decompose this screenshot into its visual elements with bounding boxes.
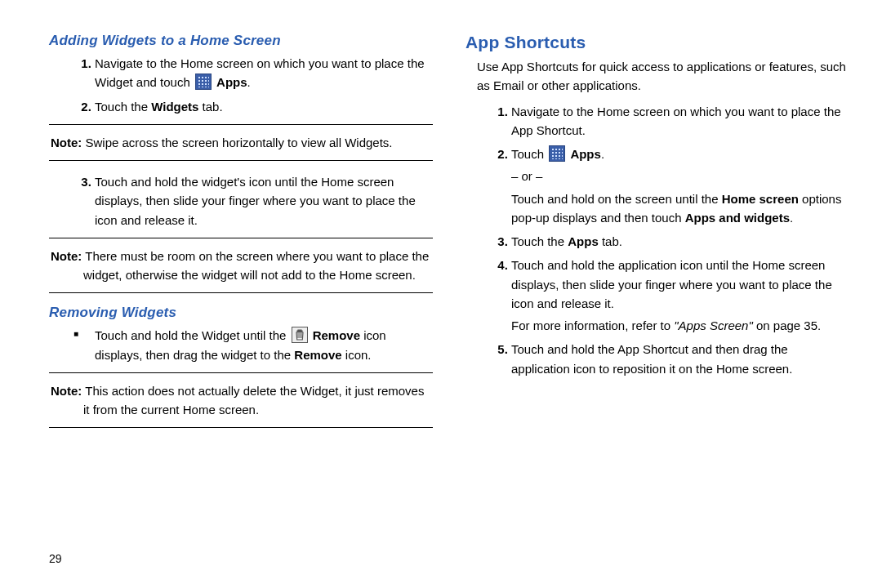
step-text: Navigate to the Home screen on which you…	[511, 105, 841, 137]
period: .	[601, 147, 604, 161]
step-text: tab.	[599, 234, 622, 248]
alt-text: Touch and hold on the screen until the	[511, 192, 722, 206]
trash-icon	[292, 327, 308, 343]
step-text: Touch	[511, 147, 547, 161]
apps-grid-icon	[549, 145, 565, 162]
note-room: Note: There must be room on the screen w…	[49, 238, 433, 294]
heading-adding-widgets: Adding Widgets to a Home Screen	[49, 33, 433, 49]
step-text: Touch and hold the application icon unti…	[511, 258, 832, 310]
apps-grid-icon	[195, 74, 212, 90]
list-item: Touch Apps. – or – Touch and hold on the…	[511, 145, 849, 227]
intro-text: Use App Shortcuts for quick access to ap…	[466, 57, 849, 96]
list-item: Touch and hold the App Shortcut and then…	[511, 340, 849, 378]
list-item: Touch the Apps tab.	[511, 232, 849, 251]
remove-label: Remove	[294, 348, 341, 362]
step-text: icon.	[342, 348, 372, 362]
heading-app-shortcuts: App Shortcuts	[466, 33, 849, 52]
removing-widgets-list: Touch and hold the Widget until the Remo…	[49, 326, 433, 364]
note-text: Swipe across the screen horizontally to …	[82, 136, 392, 149]
manual-page: Adding Widgets to a Home Screen Navigate…	[0, 0, 882, 588]
apps-label: Apps	[570, 147, 601, 161]
list-item: Touch and hold the application icon unti…	[511, 256, 849, 335]
step-text: Touch the	[95, 100, 151, 114]
list-item: Touch the Widgets tab.	[95, 97, 433, 116]
homescreen-label: Home screen	[722, 192, 799, 206]
list-item: Navigate to the Home screen on which you…	[95, 54, 433, 92]
widgets-label: Widgets	[151, 100, 198, 114]
note-label: Note:	[51, 384, 82, 398]
step-text: Touch and hold the App Shortcut and then…	[511, 342, 792, 375]
step-text: Touch and hold the Widget until the	[95, 328, 290, 342]
left-column: Adding Widgets to a Home Screen Navigate…	[49, 33, 433, 572]
apps-label: Apps	[568, 234, 599, 248]
apps-label: Apps	[216, 75, 247, 89]
adding-widgets-steps: Navigate to the Home screen on which you…	[49, 54, 433, 116]
right-column: App Shortcuts Use App Shortcuts for quic…	[466, 33, 849, 572]
note-delete: Note: This action does not actually dele…	[49, 372, 433, 429]
app-shortcut-steps: Navigate to the Home screen on which you…	[466, 102, 849, 378]
list-item: Touch and hold the widget's icon until t…	[95, 172, 433, 229]
ref-link: "Apps Screen"	[674, 318, 753, 332]
note-label: Note:	[51, 136, 82, 149]
list-item: Navigate to the Home screen on which you…	[511, 102, 849, 140]
note-text: There must be room on the screen where y…	[82, 249, 429, 282]
step-text: tab.	[198, 100, 222, 114]
period: .	[247, 75, 251, 89]
note-label: Note:	[51, 249, 82, 263]
period: .	[790, 211, 793, 225]
page-number: 29	[49, 552, 62, 565]
list-item: Touch and hold the Widget until the Remo…	[95, 326, 433, 364]
adding-widgets-steps-cont: Touch and hold the widget's icon until t…	[49, 172, 433, 229]
note-text: This action does not actually delete the…	[82, 384, 424, 416]
step-text: Navigate to the Home screen on which you…	[95, 56, 425, 89]
remove-label: Remove	[313, 328, 360, 342]
step-text: Touch the	[511, 234, 568, 248]
ref-text: on page 35.	[753, 318, 821, 332]
apps-widgets-label: Apps and widgets	[685, 211, 790, 225]
note-swipe: Note: Swipe across the screen horizontal…	[49, 124, 433, 161]
ref-text: For more information, refer to	[511, 318, 674, 332]
step-text: Touch and hold the widget's icon until t…	[95, 175, 416, 227]
heading-removing-widgets: Removing Widgets	[49, 305, 433, 321]
or-separator: – or –	[511, 167, 849, 185]
